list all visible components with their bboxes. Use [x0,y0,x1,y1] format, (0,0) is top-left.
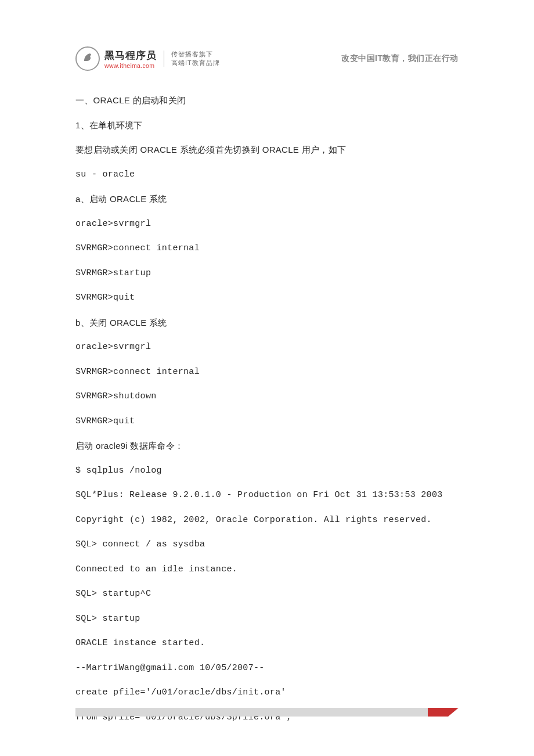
code-line: SQL*Plus: Release 9.2.0.1.0 - Production… [75,489,459,502]
code-line: Copyright (c) 1982, 2002, Oracle Corpora… [75,514,459,527]
footer-accent-icon [448,708,459,717]
code-line: $ sqlplus /nolog [75,465,459,478]
heading-1: 一、ORACLE 的启动和关闭 [75,94,459,107]
logo-text-main: 黑马程序员 www.itheima.com [104,49,157,69]
code-line: SVRMGR>quit [75,415,459,429]
paragraph: b、关闭 ORACLE 系统 [75,316,459,330]
code-line: SVRMGR>startup [75,267,459,280]
code-line: ORACLE instance started. [75,637,459,650]
horse-icon [81,51,95,67]
logo-sub-line1: 传智播客旗下 [171,50,220,59]
code-line: SQL> startup^C [75,588,459,601]
logo-url: www.itheima.com [104,62,157,69]
code-line: SVRMGR>quit [75,291,459,305]
document-content: 一、ORACLE 的启动和关闭 1、在单机环境下 要想启动或关闭 ORACLE … [75,94,459,724]
paragraph: 启动 oracle9i 数据库命令： [75,440,459,453]
header-slogan: 改变中国IT教育，我们正在行动 [341,53,459,64]
document-page: 黑马程序员 www.itheima.com 传智播客旗下 高端IT教育品牌 改变… [0,0,534,756]
code-line: SVRMGR>shutdown [75,390,459,404]
code-line: oracle>svrmgrl [75,341,459,354]
logo-icon [75,46,100,71]
logo-divider [164,51,164,67]
logo-title: 黑马程序员 [104,49,157,62]
page-header: 黑马程序员 www.itheima.com 传智播客旗下 高端IT教育品牌 改变… [75,46,459,71]
code-line: oracle>svrmgrl [75,218,459,231]
code-line: SQL> startup [75,613,459,626]
code-line: Connected to an idle instance. [75,563,459,577]
code-line: SQL> connect / as sysdba [75,538,459,552]
logo-block: 黑马程序员 www.itheima.com 传智播客旗下 高端IT教育品牌 [75,46,220,71]
code-line: --MartriWang@gmail.com 10/05/2007-- [75,662,459,675]
logo-sub-line2: 高端IT教育品牌 [171,59,220,67]
paragraph: a、启动 ORACLE 系统 [75,193,459,206]
paragraph: 要想启动或关闭 ORACLE 系统必须首先切换到 ORACLE 用户，如下 [75,143,459,157]
paragraph: 1、在单机环境下 [75,119,459,132]
logo-subtitle: 传智播客旗下 高端IT教育品牌 [171,50,220,67]
code-line: create pfile='/u01/oracle/dbs/init.ora' [75,686,459,700]
code-line: SVRMGR>connect internal [75,366,459,379]
code-line: SVRMGR>connect internal [75,242,459,255]
code-line: su - oracle [75,168,459,182]
footer-bar [75,708,459,717]
